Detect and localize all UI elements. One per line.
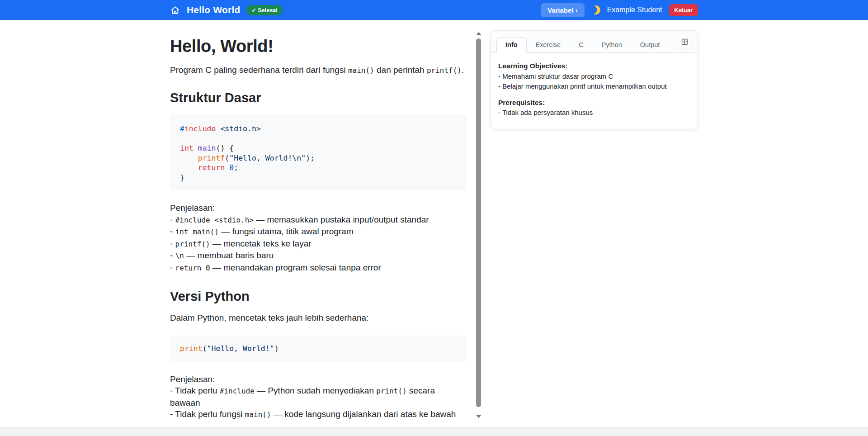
page-title: Hello World — [187, 5, 240, 15]
panel-info-content: Learning Objectives: - Memahami struktur… — [491, 53, 698, 129]
home-button[interactable] — [170, 5, 180, 15]
side-panel: Info Exercise C Python Output Learning O… — [491, 30, 698, 129]
status-badge: ✓ Selesai — [246, 5, 282, 15]
lesson-title: Hello, World! — [170, 37, 467, 56]
objective-item: - Belajar menggunakan printf untuk menam… — [498, 81, 690, 92]
next-lesson-button[interactable]: Variabel › — [541, 3, 585, 17]
lesson-intro: Program C paling sederhana terdiri dari … — [170, 65, 467, 75]
home-icon — [170, 5, 180, 15]
lesson-content-scroll-area[interactable]: Hello, World! Program C paling sederhana… — [170, 30, 482, 421]
explanation-label: Penjelasan: — [170, 374, 467, 385]
horizontal-scrollbar[interactable] — [0, 427, 868, 436]
explanation-item: - Tidak perlu fungsi main() — kode langs… — [170, 408, 467, 421]
python-intro: Dalam Python, mencetak teks jauh lebih s… — [170, 313, 467, 323]
section-heading-versi-python: Versi Python — [170, 289, 467, 304]
prerequisites-heading: Prerequisites: — [498, 98, 690, 108]
tab-info[interactable]: Info — [496, 37, 527, 53]
explanation-item: - printf() — mencetak teks ke layar — [170, 238, 467, 250]
c-explanation: Penjelasan: - #include <stdio.h> — memas… — [170, 202, 467, 274]
explanation-item: - \n — membuat baris baru — [170, 250, 467, 262]
scrollbar-up-arrow-icon[interactable] — [476, 32, 481, 35]
explanation-item: - #include <stdio.h> — memasukkan pustak… — [170, 214, 467, 226]
content-scrollbar[interactable] — [475, 30, 482, 421]
python-explanation: Penjelasan: - Tidak perlu #include — Pyt… — [170, 374, 467, 421]
grid-window-icon — [681, 38, 688, 45]
theme-toggle-moon-icon[interactable] — [590, 4, 601, 15]
panel-tab-bar: Info Exercise C Python Output — [491, 31, 698, 53]
scrollbar-down-arrow-icon[interactable] — [476, 415, 481, 418]
objectives-heading: Learning Objectives: — [498, 61, 690, 71]
tab-python[interactable]: Python — [593, 37, 631, 53]
explanation-item: - int main() — fungsi utama, titik awal … — [170, 226, 467, 238]
explanation-item: - return 0 — menandakan program selesai … — [170, 262, 467, 274]
explanation-item: - Tidak perlu #include — Python sudah me… — [170, 385, 467, 408]
c-code-block: #include <stdio.h> int main() { printf("… — [170, 114, 467, 190]
app-header: Hello World ✓ Selesai Variabel › Example… — [0, 0, 868, 20]
panel-layout-button[interactable] — [677, 35, 692, 48]
section-heading-struktur-dasar: Struktur Dasar — [170, 90, 467, 105]
explanation-item: - Tidak perlu \n — print() otomatis mena… — [170, 421, 467, 421]
scrollbar-thumb[interactable] — [476, 38, 481, 407]
tab-output[interactable]: Output — [631, 37, 669, 53]
python-code-block: print("Hello, World!") — [170, 336, 467, 362]
tab-exercise[interactable]: Exercise — [527, 37, 570, 53]
logout-button[interactable]: Keluar — [669, 4, 698, 16]
tab-c[interactable]: C — [570, 37, 592, 53]
explanation-label: Penjelasan: — [170, 202, 467, 214]
prerequisite-item: - Tidak ada persyaratan khusus — [498, 108, 690, 118]
objective-item: - Memahami struktur dasar program C — [498, 71, 690, 82]
user-name: Example Student — [607, 6, 662, 14]
